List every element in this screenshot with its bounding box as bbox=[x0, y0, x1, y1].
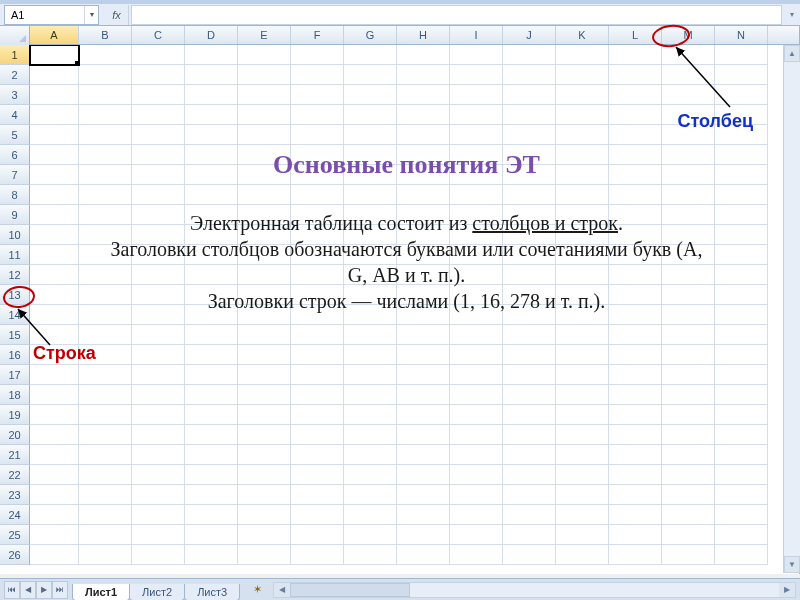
cell-M23[interactable] bbox=[662, 485, 715, 505]
cell-H20[interactable] bbox=[397, 425, 450, 445]
cell-I17[interactable] bbox=[450, 365, 503, 385]
cell-K25[interactable] bbox=[556, 525, 609, 545]
cell-A2[interactable] bbox=[30, 65, 79, 85]
cell-D18[interactable] bbox=[185, 385, 238, 405]
cell-N10[interactable] bbox=[715, 225, 768, 245]
cell-F17[interactable] bbox=[291, 365, 344, 385]
cell-D24[interactable] bbox=[185, 505, 238, 525]
cell-E24[interactable] bbox=[238, 505, 291, 525]
cell-E16[interactable] bbox=[238, 345, 291, 365]
cell-K15[interactable] bbox=[556, 325, 609, 345]
cell-A4[interactable] bbox=[30, 105, 79, 125]
cell-B21[interactable] bbox=[79, 445, 132, 465]
cell-J21[interactable] bbox=[503, 445, 556, 465]
cell-D17[interactable] bbox=[185, 365, 238, 385]
cell-K2[interactable] bbox=[556, 65, 609, 85]
cell-F25[interactable] bbox=[291, 525, 344, 545]
cell-C4[interactable] bbox=[132, 105, 185, 125]
cell-F23[interactable] bbox=[291, 485, 344, 505]
cell-C20[interactable] bbox=[132, 425, 185, 445]
cell-N7[interactable] bbox=[715, 165, 768, 185]
cell-G23[interactable] bbox=[344, 485, 397, 505]
cell-E10[interactable] bbox=[238, 225, 291, 245]
cell-J3[interactable] bbox=[503, 85, 556, 105]
cell-K8[interactable] bbox=[556, 185, 609, 205]
cell-E20[interactable] bbox=[238, 425, 291, 445]
cell-F3[interactable] bbox=[291, 85, 344, 105]
cell-I3[interactable] bbox=[450, 85, 503, 105]
cell-D26[interactable] bbox=[185, 545, 238, 565]
cell-M25[interactable] bbox=[662, 525, 715, 545]
column-header-G[interactable]: G bbox=[344, 26, 397, 44]
cell-H18[interactable] bbox=[397, 385, 450, 405]
cell-E17[interactable] bbox=[238, 365, 291, 385]
cell-E14[interactable] bbox=[238, 305, 291, 325]
cell-C22[interactable] bbox=[132, 465, 185, 485]
row-header-17[interactable]: 17 bbox=[0, 365, 30, 385]
vertical-scrollbar[interactable]: ▲ ▼ bbox=[783, 45, 800, 573]
cell-K6[interactable] bbox=[556, 145, 609, 165]
cell-E6[interactable] bbox=[238, 145, 291, 165]
cell-N11[interactable] bbox=[715, 245, 768, 265]
cell-J1[interactable] bbox=[503, 45, 556, 65]
cell-B15[interactable] bbox=[79, 325, 132, 345]
row-header-12[interactable]: 12 bbox=[0, 265, 30, 285]
cell-H9[interactable] bbox=[397, 205, 450, 225]
cell-A26[interactable] bbox=[30, 545, 79, 565]
cell-I16[interactable] bbox=[450, 345, 503, 365]
cell-C14[interactable] bbox=[132, 305, 185, 325]
cell-H6[interactable] bbox=[397, 145, 450, 165]
cell-J9[interactable] bbox=[503, 205, 556, 225]
row-header-8[interactable]: 8 bbox=[0, 185, 30, 205]
cell-I24[interactable] bbox=[450, 505, 503, 525]
cell-G1[interactable] bbox=[344, 45, 397, 65]
cell-N18[interactable] bbox=[715, 385, 768, 405]
row-header-2[interactable]: 2 bbox=[0, 65, 30, 85]
cell-J20[interactable] bbox=[503, 425, 556, 445]
cell-L24[interactable] bbox=[609, 505, 662, 525]
cell-E11[interactable] bbox=[238, 245, 291, 265]
cell-K4[interactable] bbox=[556, 105, 609, 125]
cell-I13[interactable] bbox=[450, 285, 503, 305]
horizontal-scrollbar[interactable]: ◀ ▶ bbox=[273, 582, 796, 598]
cell-H21[interactable] bbox=[397, 445, 450, 465]
cell-H25[interactable] bbox=[397, 525, 450, 545]
cell-D7[interactable] bbox=[185, 165, 238, 185]
cell-D11[interactable] bbox=[185, 245, 238, 265]
cell-D5[interactable] bbox=[185, 125, 238, 145]
cell-J2[interactable] bbox=[503, 65, 556, 85]
cell-M13[interactable] bbox=[662, 285, 715, 305]
column-header-K[interactable]: K bbox=[556, 26, 609, 44]
cell-K14[interactable] bbox=[556, 305, 609, 325]
cell-I18[interactable] bbox=[450, 385, 503, 405]
cell-L19[interactable] bbox=[609, 405, 662, 425]
row-header-1[interactable]: 1 bbox=[0, 45, 30, 65]
cell-F11[interactable] bbox=[291, 245, 344, 265]
cell-L14[interactable] bbox=[609, 305, 662, 325]
cell-G20[interactable] bbox=[344, 425, 397, 445]
cell-B14[interactable] bbox=[79, 305, 132, 325]
cell-E7[interactable] bbox=[238, 165, 291, 185]
cell-H14[interactable] bbox=[397, 305, 450, 325]
cell-J14[interactable] bbox=[503, 305, 556, 325]
cell-J13[interactable] bbox=[503, 285, 556, 305]
cell-H22[interactable] bbox=[397, 465, 450, 485]
cell-K12[interactable] bbox=[556, 265, 609, 285]
cell-B2[interactable] bbox=[79, 65, 132, 85]
cell-H23[interactable] bbox=[397, 485, 450, 505]
cell-B18[interactable] bbox=[79, 385, 132, 405]
cell-L20[interactable] bbox=[609, 425, 662, 445]
cell-D3[interactable] bbox=[185, 85, 238, 105]
cell-L9[interactable] bbox=[609, 205, 662, 225]
cell-E8[interactable] bbox=[238, 185, 291, 205]
tab-nav-1[interactable]: ◀ bbox=[20, 581, 36, 599]
cell-N23[interactable] bbox=[715, 485, 768, 505]
cell-J24[interactable] bbox=[503, 505, 556, 525]
cell-L12[interactable] bbox=[609, 265, 662, 285]
cell-G11[interactable] bbox=[344, 245, 397, 265]
cell-L4[interactable] bbox=[609, 105, 662, 125]
cell-K18[interactable] bbox=[556, 385, 609, 405]
cell-A15[interactable] bbox=[30, 325, 79, 345]
cell-H12[interactable] bbox=[397, 265, 450, 285]
cell-M10[interactable] bbox=[662, 225, 715, 245]
